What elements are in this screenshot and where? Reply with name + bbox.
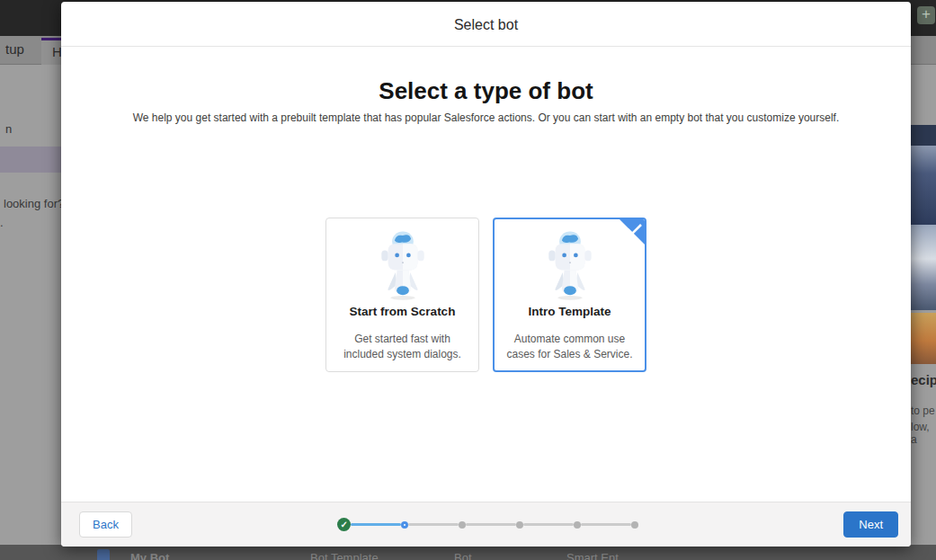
- card-title: Intro Template: [495, 305, 645, 318]
- bot-row-extra: Smart Ent: [566, 551, 619, 560]
- page-subtitle: We help you get started with a prebuilt …: [61, 111, 911, 124]
- carousel-image-2: [911, 225, 936, 310]
- modal-footer: Back ✓ Next: [61, 502, 911, 547]
- bot-card[interactable]: Intro Template Automate common use cases…: [493, 218, 646, 372]
- bot-type-cards: Start from Scratch Get started fast with…: [61, 218, 911, 372]
- modal-title: Select bot: [454, 17, 518, 33]
- sidebar-help-text: looking for?: [4, 197, 64, 210]
- progress-step: [459, 521, 466, 529]
- plus-icon: +: [917, 6, 935, 24]
- carousel-image-3: [911, 313, 936, 364]
- sidebar-help-text-2: .: [0, 216, 4, 229]
- sidebar-nav-fragment: n: [5, 122, 12, 136]
- bot-card[interactable]: Start from Scratch Get started fast with…: [325, 218, 479, 372]
- progress-step: [401, 521, 408, 529]
- modal-header: Select bot: [61, 2, 911, 47]
- progress-connector: [581, 523, 631, 526]
- carousel-image-1: [911, 146, 936, 225]
- bot-row-type: Bot: [454, 551, 472, 560]
- back-button[interactable]: Back: [79, 511, 132, 538]
- progress-step: ✓: [337, 518, 351, 531]
- card-title: Start from Scratch: [326, 305, 478, 318]
- selected-check-icon: [619, 218, 646, 245]
- progress-connector: [408, 523, 459, 526]
- page-title: Select a type of bot: [61, 77, 911, 105]
- tab-setup: tup: [5, 41, 24, 57]
- progress-connector: [351, 523, 401, 526]
- card-description: Automate common use cases for Sales & Se…: [495, 332, 645, 363]
- progress-step: [574, 521, 581, 529]
- card-description: Get started fast with included system di…: [326, 332, 478, 363]
- recipes-text-fragment-2: low, a: [911, 421, 936, 446]
- recipes-text-fragment-1: to pe: [911, 404, 935, 417]
- bot-icon-small: [97, 549, 110, 560]
- recipes-heading-fragment: ecip: [911, 372, 936, 387]
- einstein-bot-icon: [370, 227, 436, 301]
- sidebar-selected-item: [0, 147, 61, 173]
- einstein-bot-icon: [537, 227, 603, 301]
- carousel-banner: [911, 125, 936, 146]
- select-bot-modal: Select bot Select a type of bot We help …: [61, 2, 911, 547]
- progress-indicator: ✓: [132, 518, 843, 531]
- bot-row-name: My Bot: [130, 551, 169, 560]
- progress-step: [516, 521, 523, 529]
- next-button[interactable]: Next: [843, 511, 898, 538]
- progress-connector: [523, 523, 574, 526]
- progress-step: [631, 521, 638, 529]
- bot-row-template: Bot Template: [310, 551, 379, 560]
- progress-connector: [466, 523, 516, 526]
